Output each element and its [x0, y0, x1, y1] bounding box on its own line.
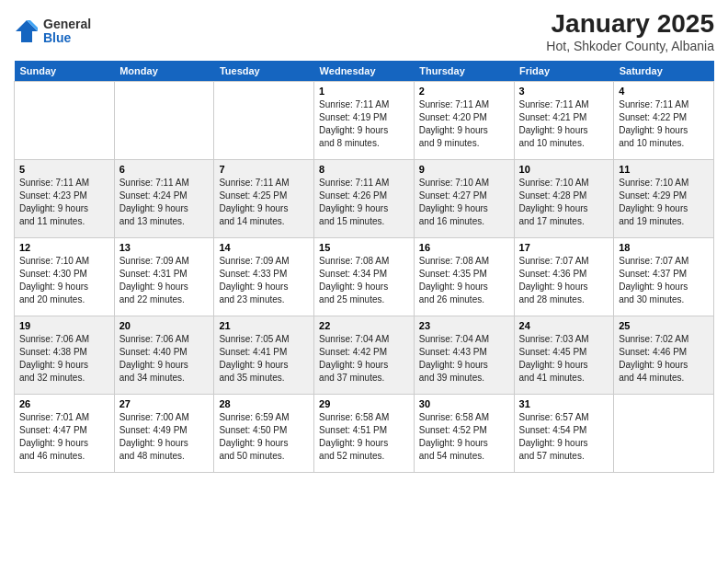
calendar-cell: 24Sunrise: 7:03 AMSunset: 4:45 PMDayligh… — [514, 316, 614, 395]
calendar-cell: 19Sunrise: 7:06 AMSunset: 4:38 PMDayligh… — [15, 316, 115, 395]
day-content: Sunrise: 6:58 AMSunset: 4:52 PMDaylight:… — [419, 411, 509, 463]
day-content: Sunrise: 7:10 AMSunset: 4:28 PMDaylight:… — [519, 177, 609, 228]
day-content: Sunrise: 7:11 AMSunset: 4:20 PMDaylight:… — [419, 98, 509, 150]
calendar-cell: 20Sunrise: 7:06 AMSunset: 4:40 PMDayligh… — [114, 316, 214, 395]
day-content: Sunrise: 7:08 AMSunset: 4:34 PMDaylight:… — [319, 255, 409, 306]
day-number: 13 — [119, 242, 210, 253]
day-content: Sunrise: 7:08 AMSunset: 4:35 PMDaylight:… — [419, 255, 509, 306]
weekday-header-wednesday: Wednesday — [314, 61, 415, 82]
day-content: Sunrise: 7:11 AMSunset: 4:26 PMDaylight:… — [319, 177, 409, 228]
calendar-cell: 13Sunrise: 7:09 AMSunset: 4:31 PMDayligh… — [114, 238, 214, 316]
calendar-cell: 4Sunrise: 7:11 AMSunset: 4:22 PMDaylight… — [614, 82, 714, 160]
day-content: Sunrise: 7:09 AMSunset: 4:31 PMDaylight:… — [119, 255, 210, 306]
calendar-cell — [614, 395, 714, 473]
calendar-cell: 29Sunrise: 6:58 AMSunset: 4:51 PMDayligh… — [314, 395, 415, 473]
day-number: 28 — [219, 398, 309, 409]
day-content: Sunrise: 7:11 AMSunset: 4:22 PMDaylight:… — [619, 98, 709, 150]
day-number: 17 — [519, 242, 609, 253]
day-content: Sunrise: 7:11 AMSunset: 4:23 PMDaylight:… — [19, 177, 109, 228]
logo-general-text: General — [43, 17, 91, 31]
day-content: Sunrise: 7:10 AMSunset: 4:30 PMDaylight:… — [19, 255, 109, 306]
day-number: 20 — [119, 320, 210, 331]
day-number: 23 — [419, 320, 509, 331]
day-content: Sunrise: 7:11 AMSunset: 4:19 PMDaylight:… — [319, 98, 409, 150]
day-content: Sunrise: 7:10 AMSunset: 4:27 PMDaylight:… — [419, 177, 509, 228]
logo-blue-text: Blue — [43, 31, 91, 45]
day-content: Sunrise: 7:07 AMSunset: 4:37 PMDaylight:… — [619, 255, 709, 306]
weekday-header-tuesday: Tuesday — [214, 61, 314, 82]
day-number: 11 — [619, 164, 709, 175]
day-content: Sunrise: 7:04 AMSunset: 4:43 PMDaylight:… — [419, 333, 509, 385]
calendar-cell — [15, 82, 115, 160]
day-number: 18 — [619, 242, 709, 253]
calendar-cell: 12Sunrise: 7:10 AMSunset: 4:30 PMDayligh… — [15, 238, 115, 316]
day-content: Sunrise: 7:05 AMSunset: 4:41 PMDaylight:… — [219, 333, 309, 385]
calendar-cell: 31Sunrise: 6:57 AMSunset: 4:54 PMDayligh… — [514, 395, 614, 473]
day-number: 4 — [619, 86, 709, 97]
calendar-cell: 9Sunrise: 7:10 AMSunset: 4:27 PMDaylight… — [414, 160, 514, 238]
weekday-header-row: SundayMondayTuesdayWednesdayThursdayFrid… — [15, 61, 714, 82]
day-number: 16 — [419, 242, 509, 253]
calendar-cell: 7Sunrise: 7:11 AMSunset: 4:25 PMDaylight… — [214, 160, 314, 238]
day-content: Sunrise: 6:57 AMSunset: 4:54 PMDaylight:… — [519, 411, 609, 463]
day-content: Sunrise: 7:01 AMSunset: 4:47 PMDaylight:… — [19, 411, 109, 463]
weekday-header-saturday: Saturday — [614, 61, 714, 82]
day-number: 1 — [319, 86, 409, 97]
weekday-header-sunday: Sunday — [15, 61, 115, 82]
day-content: Sunrise: 7:11 AMSunset: 4:25 PMDaylight:… — [219, 177, 309, 228]
calendar-table: SundayMondayTuesdayWednesdayThursdayFrid… — [14, 61, 714, 473]
calendar-cell — [114, 82, 214, 160]
calendar-body: 1Sunrise: 7:11 AMSunset: 4:19 PMDaylight… — [15, 82, 714, 473]
calendar-cell: 30Sunrise: 6:58 AMSunset: 4:52 PMDayligh… — [414, 395, 514, 473]
day-number: 22 — [319, 320, 409, 331]
logo-text: General Blue — [43, 17, 91, 46]
calendar-header: SundayMondayTuesdayWednesdayThursdayFrid… — [15, 61, 714, 82]
location-title: Hot, Shkoder County, Albania — [546, 39, 714, 53]
month-title: January 2025 — [546, 9, 714, 39]
day-number: 9 — [419, 164, 509, 175]
day-content: Sunrise: 7:11 AMSunset: 4:24 PMDaylight:… — [119, 177, 210, 228]
calendar-cell: 23Sunrise: 7:04 AMSunset: 4:43 PMDayligh… — [414, 316, 514, 395]
day-number: 2 — [419, 86, 509, 97]
day-number: 14 — [219, 242, 309, 253]
calendar-cell: 3Sunrise: 7:11 AMSunset: 4:21 PMDaylight… — [514, 82, 614, 160]
calendar-cell: 25Sunrise: 7:02 AMSunset: 4:46 PMDayligh… — [614, 316, 714, 395]
day-content: Sunrise: 7:07 AMSunset: 4:36 PMDaylight:… — [519, 255, 609, 306]
calendar-cell: 16Sunrise: 7:08 AMSunset: 4:35 PMDayligh… — [414, 238, 514, 316]
day-content: Sunrise: 7:10 AMSunset: 4:29 PMDaylight:… — [619, 177, 709, 228]
day-number: 19 — [19, 320, 109, 331]
day-number: 31 — [519, 398, 609, 409]
calendar-cell: 2Sunrise: 7:11 AMSunset: 4:20 PMDaylight… — [414, 82, 514, 160]
day-content: Sunrise: 7:06 AMSunset: 4:38 PMDaylight:… — [19, 333, 109, 385]
day-content: Sunrise: 7:02 AMSunset: 4:46 PMDaylight:… — [619, 333, 709, 385]
logo-icon — [14, 18, 40, 44]
day-content: Sunrise: 7:03 AMSunset: 4:45 PMDaylight:… — [519, 333, 609, 385]
day-number: 3 — [519, 86, 609, 97]
calendar-cell: 5Sunrise: 7:11 AMSunset: 4:23 PMDaylight… — [15, 160, 115, 238]
day-number: 26 — [19, 398, 109, 409]
day-number: 8 — [319, 164, 409, 175]
day-content: Sunrise: 7:11 AMSunset: 4:21 PMDaylight:… — [519, 98, 609, 150]
day-content: Sunrise: 7:09 AMSunset: 4:33 PMDaylight:… — [219, 255, 309, 306]
calendar-cell: 28Sunrise: 6:59 AMSunset: 4:50 PMDayligh… — [214, 395, 314, 473]
day-number: 27 — [119, 398, 210, 409]
day-number: 24 — [519, 320, 609, 331]
calendar-week-row: 5Sunrise: 7:11 AMSunset: 4:23 PMDaylight… — [15, 160, 714, 238]
calendar-week-row: 1Sunrise: 7:11 AMSunset: 4:19 PMDaylight… — [15, 82, 714, 160]
calendar-cell: 26Sunrise: 7:01 AMSunset: 4:47 PMDayligh… — [15, 395, 115, 473]
calendar-week-row: 12Sunrise: 7:10 AMSunset: 4:30 PMDayligh… — [15, 238, 714, 316]
calendar-cell: 8Sunrise: 7:11 AMSunset: 4:26 PMDaylight… — [314, 160, 415, 238]
day-content: Sunrise: 7:06 AMSunset: 4:40 PMDaylight:… — [119, 333, 210, 385]
logo: General Blue — [14, 17, 91, 46]
calendar-week-row: 26Sunrise: 7:01 AMSunset: 4:47 PMDayligh… — [15, 395, 714, 473]
day-number: 25 — [619, 320, 709, 331]
day-content: Sunrise: 7:00 AMSunset: 4:49 PMDaylight:… — [119, 411, 210, 463]
calendar-cell — [214, 82, 314, 160]
day-number: 10 — [519, 164, 609, 175]
day-number: 15 — [319, 242, 409, 253]
calendar-cell: 21Sunrise: 7:05 AMSunset: 4:41 PMDayligh… — [214, 316, 314, 395]
calendar-cell: 15Sunrise: 7:08 AMSunset: 4:34 PMDayligh… — [314, 238, 415, 316]
day-content: Sunrise: 7:04 AMSunset: 4:42 PMDaylight:… — [319, 333, 409, 385]
day-content: Sunrise: 6:58 AMSunset: 4:51 PMDaylight:… — [319, 411, 409, 463]
calendar-cell: 14Sunrise: 7:09 AMSunset: 4:33 PMDayligh… — [214, 238, 314, 316]
